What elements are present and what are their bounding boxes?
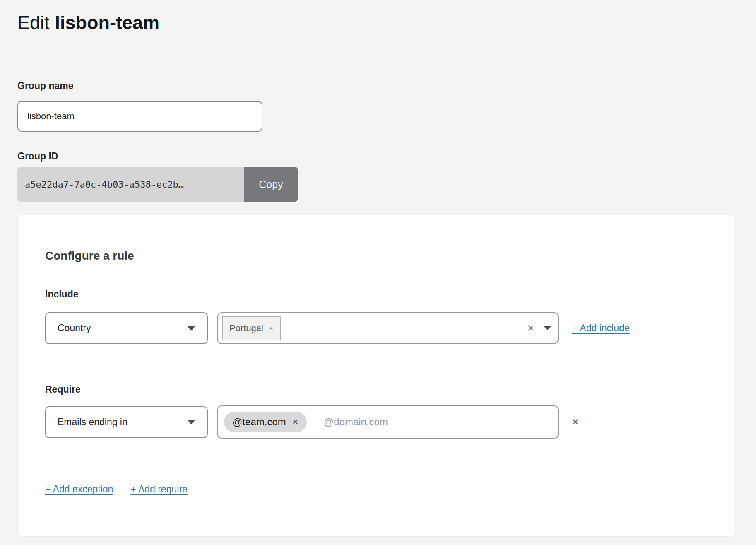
remove-tag-icon[interactable]: ✕ <box>292 417 299 427</box>
chevron-down-icon <box>187 420 195 424</box>
include-rule-row: Country Portugal × ✕ + Add include <box>45 312 708 344</box>
rule-footer-links: + Add exception + Add require <box>45 483 708 495</box>
rule-card-heading: Configure a rule <box>45 249 708 263</box>
require-label: Require <box>45 383 708 395</box>
chevron-down-icon <box>187 326 195 331</box>
group-id-value: a5e22da7-7a0c-4b03-a538-ec2b… <box>17 167 244 202</box>
group-name-input[interactable] <box>17 101 262 132</box>
require-type-select[interactable]: Emails ending in <box>45 406 208 438</box>
add-include-link[interactable]: + Add include <box>572 323 630 334</box>
page-title-action: Edit <box>17 12 50 33</box>
page-title: Editlisbon-team <box>17 12 739 34</box>
copy-button[interactable]: Copy <box>244 167 298 202</box>
require-tag-label: @team.com <box>232 416 286 428</box>
include-values-box[interactable]: Portugal × ✕ <box>217 312 559 344</box>
rule-card: Configure a rule Include Country Portuga… <box>17 215 735 536</box>
edit-group-page: Editlisbon-team Group name Group ID a5e2… <box>0 0 756 536</box>
chevron-down-icon[interactable] <box>544 326 551 330</box>
group-id-label: Group ID <box>17 150 739 162</box>
group-id-row: a5e22da7-7a0c-4b03-a538-ec2b… Copy <box>17 167 298 202</box>
clear-selection-icon[interactable]: ✕ <box>527 324 534 333</box>
require-type-value: Emails ending in <box>58 417 187 428</box>
include-tag-label: Portugal <box>229 323 263 334</box>
add-exception-link[interactable]: + Add exception <box>45 483 113 495</box>
page-title-group-name: lisbon-team <box>55 12 160 33</box>
group-name-label: Group name <box>17 80 739 92</box>
include-type-value: Country <box>58 323 187 334</box>
add-require-link[interactable]: + Add require <box>130 483 187 495</box>
include-type-select[interactable]: Country <box>45 312 208 344</box>
require-values-box[interactable]: @team.com ✕ @domain.com <box>217 405 559 439</box>
include-tag: Portugal × <box>222 316 281 340</box>
require-rule-row: Emails ending in @team.com ✕ @domain.com… <box>45 405 708 439</box>
remove-tag-icon[interactable]: × <box>269 324 273 333</box>
include-label: Include <box>45 288 708 300</box>
domain-input-placeholder: @domain.com <box>324 416 388 428</box>
require-tag: @team.com ✕ <box>224 412 307 432</box>
remove-require-rule-icon[interactable]: ✕ <box>571 417 579 427</box>
